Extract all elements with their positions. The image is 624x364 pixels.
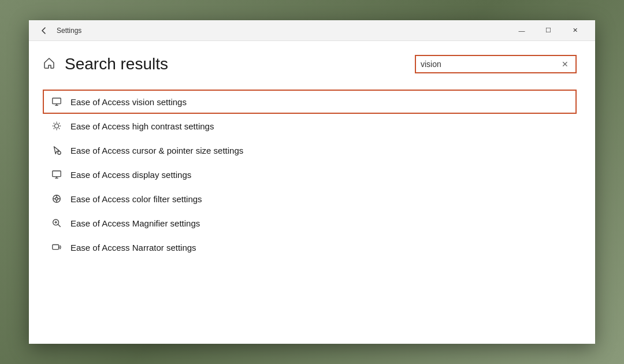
result-label-vision-settings: Ease of Access vision settings <box>70 97 187 107</box>
result-item-color-filter[interactable]: Ease of Access color filter settings <box>43 187 577 211</box>
content-area: Search results ✕ Ease of Access vision s… <box>29 41 595 344</box>
magnifier-icon <box>51 218 62 228</box>
result-item-vision-settings[interactable]: Ease of Access vision settings <box>43 90 577 114</box>
home-icon[interactable] <box>43 57 55 72</box>
header-left: Search results <box>43 55 168 73</box>
close-button[interactable]: ✕ <box>562 20 588 41</box>
result-label-display-settings: Ease of Access display settings <box>70 170 191 180</box>
page-title: Search results <box>65 55 168 73</box>
color-wheel-icon <box>51 194 62 204</box>
svg-rect-26 <box>53 245 59 250</box>
result-label-narrator: Ease of Access Narrator settings <box>70 243 196 252</box>
minimize-button[interactable]: — <box>508 20 535 41</box>
back-icon <box>40 27 47 34</box>
svg-line-9 <box>59 128 60 129</box>
svg-rect-0 <box>53 98 61 104</box>
title-bar: Settings — ☐ ✕ <box>29 20 595 41</box>
back-button[interactable] <box>36 23 52 39</box>
header-row: Search results ✕ <box>43 55 577 73</box>
svg-line-10 <box>59 123 60 124</box>
monitor-icon <box>51 169 62 180</box>
narrator-icon <box>51 242 62 252</box>
result-label-cursor-pointer: Ease of Access cursor & pointer size set… <box>70 146 243 155</box>
result-item-high-contrast[interactable]: Ease of Access high contrast settings <box>43 114 577 138</box>
search-box: ✕ <box>415 55 577 73</box>
window-title: Settings <box>57 27 508 35</box>
result-item-display-settings[interactable]: Ease of Access display settings <box>43 162 577 187</box>
search-clear-button[interactable]: ✕ <box>559 58 571 70</box>
svg-line-23 <box>58 224 60 226</box>
svg-point-12 <box>58 151 61 154</box>
search-input[interactable] <box>421 60 559 69</box>
svg-rect-13 <box>53 171 61 177</box>
settings-window: Settings — ☐ ✕ Search results ✕ <box>29 20 595 344</box>
result-label-color-filter: Ease of Access color filter settings <box>70 194 202 204</box>
results-list: Ease of Access vision settings Ease of A… <box>43 90 577 259</box>
result-item-narrator[interactable]: Ease of Access Narrator settings <box>43 235 577 259</box>
result-label-magnifier: Ease of Access Magnifier settings <box>70 218 200 228</box>
result-item-magnifier[interactable]: Ease of Access Magnifier settings <box>43 211 577 235</box>
svg-point-3 <box>54 124 58 128</box>
brightness-icon <box>51 121 62 131</box>
result-item-cursor-pointer[interactable]: Ease of Access cursor & pointer size set… <box>43 138 577 162</box>
cursor-icon <box>51 145 62 155</box>
maximize-button[interactable]: ☐ <box>535 20 562 41</box>
svg-point-17 <box>55 198 58 200</box>
window-controls: — ☐ ✕ <box>508 20 588 41</box>
result-label-high-contrast: Ease of Access high contrast settings <box>70 121 214 131</box>
svg-line-8 <box>54 123 54 124</box>
svg-line-11 <box>54 128 54 129</box>
monitor-icon <box>51 96 62 107</box>
